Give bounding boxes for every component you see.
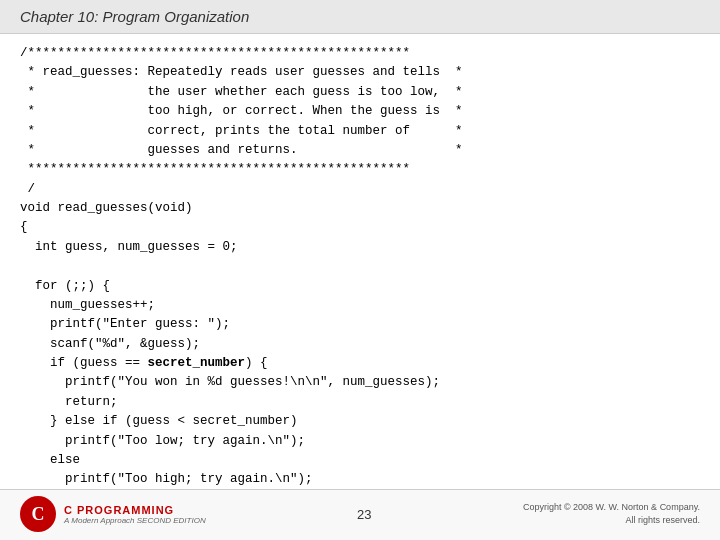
code-line-1: /***************************************… [20,46,410,60]
logo-text: C PROGRAMMING A Modern Approach SECOND E… [64,504,206,525]
code-line-13: for (;;) { [20,279,110,293]
code-line-15: printf("Enter guess: "); [20,317,230,331]
code-line-22: else [20,453,80,467]
copyright-line-2: All rights reserved. [625,515,700,525]
code-line-23: printf("Too high; try again.\n"); [20,472,313,486]
code-line-8: / [20,182,35,196]
logo-c-circle: C [20,496,56,532]
slide-footer: C C PROGRAMMING A Modern Approach SECOND… [0,489,720,540]
slide-title: Chapter 10: Program Organization [0,0,720,34]
code-line-19: return; [20,395,118,409]
code-line-16: scanf("%d", &guess); [20,337,200,351]
code-line-4: * too high, or correct. When the guess i… [20,104,463,118]
slide-content: /***************************************… [0,34,720,489]
secret-number-keyword: secret_number [148,356,246,370]
code-block: /***************************************… [20,44,700,489]
footer-copyright: Copyright © 2008 W. W. Norton & Company.… [523,501,700,526]
slide: Chapter 10: Program Organization /******… [0,0,720,540]
code-line-9: void read_guesses(void) [20,201,193,215]
code-line-6: * guesses and returns. * [20,143,463,157]
code-line-21: printf("Too low; try again.\n"); [20,434,305,448]
logo-text-top: C PROGRAMMING [64,504,206,516]
code-line-7: ****************************************… [20,162,410,176]
footer-page-number: 23 [357,507,371,522]
code-line-3: * the user whether each guess is too low… [20,85,463,99]
logo-text-bottom: A Modern Approach SECOND EDITION [64,516,206,525]
code-line-18: printf("You won in %d guesses!\n\n", num… [20,375,440,389]
code-line-20: } else if (guess < secret_number) [20,414,298,428]
copyright-line-1: Copyright © 2008 W. W. Norton & Company. [523,502,700,512]
code-line-11: int guess, num_guesses = 0; [20,240,238,254]
footer-logo: C C PROGRAMMING A Modern Approach SECOND… [20,496,206,532]
code-line-5: * correct, prints the total number of * [20,124,463,138]
code-line-17: if (guess == secret_number) { [20,356,268,370]
code-line-14: num_guesses++; [20,298,155,312]
code-line-10: { [20,220,28,234]
code-line-2: * read_guesses: Repeatedly reads user gu… [20,65,463,79]
